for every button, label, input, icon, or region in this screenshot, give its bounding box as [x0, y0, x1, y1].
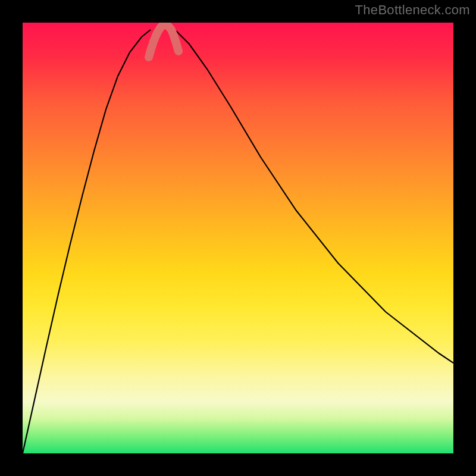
chart-frame: TheBottleneck.com	[0, 0, 476, 476]
series-left-descent	[23, 30, 151, 453]
series-group	[23, 25, 453, 453]
series-right-ascent	[176, 31, 453, 363]
attribution-text: TheBottleneck.com	[355, 2, 470, 18]
series-valley-marker	[149, 25, 178, 57]
chart-svg	[23, 23, 453, 453]
